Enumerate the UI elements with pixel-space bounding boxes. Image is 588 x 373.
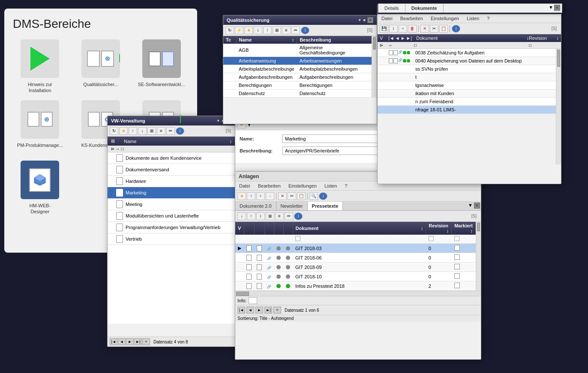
refresh-btn[interactable]: ↻ — [225, 27, 234, 34]
checkbox-4[interactable] — [454, 273, 460, 279]
pt-first-btn[interactable]: |◄ — [237, 307, 245, 313]
dok2-scrollbar[interactable] — [556, 49, 561, 164]
tab-pressetexte[interactable]: Pressetexte — [308, 202, 343, 210]
qs-pin[interactable]: ▼ — [358, 18, 362, 22]
checkbox-3[interactable] — [454, 264, 460, 269]
pt-scroll-thumb[interactable] — [477, 223, 480, 231]
pt-sort-btn[interactable]: ↓ — [237, 212, 246, 220]
vw-sort2-btn[interactable]: ↓ — [138, 127, 147, 135]
menu-einstellungen[interactable]: Einstellungen — [287, 182, 318, 189]
pt-row-4[interactable]: 🔗 GIT 2018-10 0 — [235, 272, 476, 281]
pt-hscroll-thumb[interactable] — [236, 292, 249, 296]
table-row[interactable]: Datenschutz Datenschutz — [223, 90, 372, 98]
qs-scrollbar[interactable] — [372, 36, 377, 98]
dok2-paste-btn[interactable]: 📋 — [439, 25, 448, 33]
list-item-5[interactable]: Meeting — [108, 199, 235, 210]
last-btn[interactable]: ►| — [134, 338, 142, 345]
tab-close-btn[interactable]: ✕ — [474, 203, 480, 209]
tab-newsletter[interactable]: Newsletter — [276, 202, 308, 210]
table-row[interactable]: Aufgabenbeschreibungen Aufgabenbeschreib… — [223, 73, 372, 81]
vw-info-btn[interactable]: i — [176, 127, 184, 135]
dok2-del-btn[interactable]: 🗑 — [408, 25, 417, 33]
edit-btn[interactable]: ✏ — [291, 27, 300, 34]
dok2-row-6[interactable]: ikation mit Kunden — [378, 90, 556, 98]
tab-pin[interactable]: ▼ — [468, 203, 473, 209]
dok2-add-btn[interactable]: + — [399, 25, 407, 33]
dms-item-2[interactable]: Qualitätssicher... — [74, 39, 128, 94]
checkbox-5[interactable] — [454, 283, 460, 288]
table-btn[interactable]: ≡ — [282, 27, 291, 34]
pt-add-btn[interactable]: + — [273, 307, 281, 313]
vw-table-btn[interactable]: ≡ — [157, 127, 165, 135]
anl-cut-btn[interactable]: ✂ — [288, 192, 296, 200]
dok2-save-btn[interactable]: 💾 — [380, 25, 388, 33]
table-row-selected[interactable]: Arbeitsanweisung Arbeitsanweisungen — [223, 57, 372, 65]
dok2-row-8[interactable]: nfrage 18-01 LIMS- — [378, 106, 556, 114]
pt-info-btn[interactable]: i — [294, 212, 303, 220]
dok2-row-4[interactable]: t — [378, 73, 556, 81]
vw-sort-btn[interactable]: ↑ — [129, 127, 137, 135]
checkbox-1[interactable] — [454, 245, 460, 251]
share-btn[interactable]: ⚡ — [235, 27, 243, 34]
qs-pin2[interactable]: ■ — [363, 18, 366, 22]
dok2-x-btn[interactable]: ✕ — [420, 25, 429, 33]
anl-search-btn[interactable]: 🔍 — [309, 192, 318, 200]
pt-hscroll[interactable] — [235, 291, 481, 296]
add-btn[interactable]: + — [142, 338, 150, 345]
dok2-menu-einstellungen[interactable]: Einstellungen — [429, 15, 461, 22]
first-btn[interactable]: |◄ — [110, 338, 117, 345]
pt-prev-btn[interactable]: ◄ — [246, 307, 254, 313]
anl-add-btn[interactable]: + — [256, 192, 265, 200]
table-row[interactable]: Arbeitsplatzbeschreibunge Arbeitsplatzbe… — [223, 65, 372, 73]
vw-edit-btn[interactable]: ✏ — [166, 127, 175, 135]
top-tab-pin[interactable]: ▼ — [549, 5, 553, 12]
menu-datei[interactable]: Datei — [237, 182, 252, 189]
top-tab-dokumente[interactable]: Dokumente — [405, 4, 444, 12]
pt-row-2[interactable]: 🔗 GIT 2018-06 0 — [235, 253, 476, 263]
next-btn[interactable]: ► — [126, 338, 134, 345]
dok2-row-1[interactable]: 🔗 0038 Zeitschätzung für Aufgaben — [378, 49, 556, 57]
dms-item-3[interactable]: SE-Softwareentwickl... — [134, 39, 189, 94]
anl-del-btn[interactable]: - — [266, 192, 274, 200]
list-item-1[interactable]: Dokumente aus dem Kundenservice — [108, 152, 235, 164]
list-item-3[interactable]: Hardware — [108, 176, 235, 187]
dok2-next[interactable]: ► — [401, 36, 405, 41]
info-btn[interactable]: i — [301, 27, 309, 34]
anl-sort-btn[interactable]: ↑ — [247, 192, 255, 200]
dok2-last[interactable]: ►| — [406, 36, 412, 41]
anl-x-btn[interactable]: ✕ — [278, 192, 287, 200]
checkbox-2[interactable] — [454, 254, 460, 260]
dok2-scroll-thumb[interactable] — [557, 50, 560, 67]
list-item-7[interactable]: Programmanforderungen Verwaltung/Vertrie… — [108, 222, 235, 233]
pt-row-1[interactable]: ▶ 🔗 GIT 2018-03 0 — [235, 244, 476, 253]
list-item-2[interactable]: Dokumentenversand — [108, 164, 235, 176]
grid-btn[interactable]: ⊞ — [273, 27, 281, 34]
sort-btn[interactable]: ↕ — [254, 27, 262, 34]
dok2-row-2[interactable]: 🔗 0040 Abspeicherung von Dateien auf dem… — [378, 57, 556, 65]
dok2-sort-btn[interactable]: ↕ — [389, 25, 398, 33]
anl-star-btn[interactable]: ★ — [237, 192, 246, 200]
dms-item-4[interactable]: PM-Produktmanage... — [13, 100, 67, 155]
dok2-info-btn[interactable]: i — [452, 25, 460, 33]
dok2-menu-listen[interactable]: Listen — [465, 15, 481, 22]
list-item-8[interactable]: Vertrieb — [108, 233, 235, 245]
menu-bearbeiten[interactable]: Bearbeiten — [256, 182, 282, 189]
pt-row-5[interactable]: 🔗 Infos zu Presstext 2018 2 — [235, 281, 476, 291]
dok2-menu-datei[interactable]: Datei — [380, 15, 394, 22]
top-tab-details[interactable]: Details — [378, 4, 405, 12]
dok2-menu-bearbeiten[interactable]: Bearbeiten — [399, 15, 425, 22]
pt-last-btn[interactable]: ►| — [264, 307, 272, 313]
dok2-first[interactable]: |◄ — [388, 36, 394, 41]
anl-paste-btn[interactable]: 📋 — [297, 192, 306, 200]
anl-info-btn[interactable]: i — [319, 192, 327, 200]
vw-star-btn[interactable]: ★ — [119, 127, 128, 135]
pt-grid-btn[interactable]: ⊞ — [266, 212, 274, 220]
dms-item-1[interactable]: Hinweis zurInstallation — [13, 39, 67, 94]
prev-btn[interactable]: ◄ — [118, 338, 126, 345]
table-row[interactable]: Berechtigungen Berechtigungen — [223, 81, 372, 90]
pt-sort3-btn[interactable]: ↕ — [256, 212, 265, 220]
dok2-cut-btn[interactable]: ✂ — [430, 25, 438, 33]
qs-close-btn[interactable]: ✕ — [367, 17, 373, 23]
vw-pin[interactable]: ▼ — [216, 119, 220, 123]
pt-edit-btn[interactable]: ✏ — [285, 212, 293, 220]
